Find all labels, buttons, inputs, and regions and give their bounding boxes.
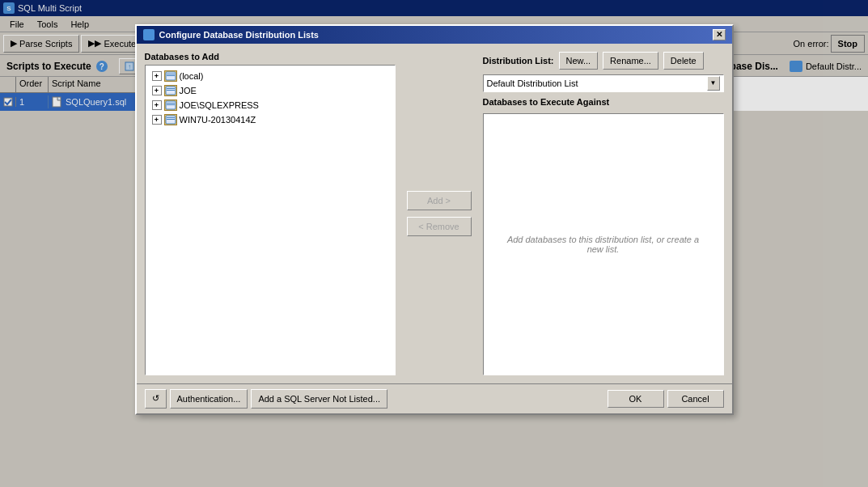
add-to-list-button[interactable]: Add >	[407, 191, 472, 210]
server-icon-joe-sqlexpress	[164, 100, 177, 111]
dialog-body: Databases to Add + (local) +	[137, 44, 732, 383]
svg-rect-21	[167, 103, 175, 104]
configure-dialog: Configure Database Distribution Lists ✕ …	[135, 24, 734, 415]
svg-rect-25	[167, 119, 175, 120]
rename-list-button[interactable]: Rename...	[603, 52, 658, 70]
expand-win7u[interactable]: +	[152, 115, 162, 125]
selected-list-text: Default Distribution List	[487, 78, 704, 88]
dist-list-label: Distribution List:	[483, 56, 554, 66]
tree-item-joe[interactable]: + JOE	[149, 83, 392, 98]
delete-list-button[interactable]: Delete	[663, 52, 704, 70]
db-tree[interactable]: + (local) + JOE +	[145, 65, 396, 375]
ok-button[interactable]: OK	[608, 390, 664, 408]
refresh-icon: ↺	[152, 393, 159, 404]
svg-rect-18	[167, 88, 175, 89]
expand-joe-sqlexpress[interactable]: +	[152, 100, 162, 110]
dropdown-arrow[interactable]: ▼	[707, 76, 720, 91]
modal-overlay: Configure Database Distribution Lists ✕ …	[0, 0, 868, 487]
add-sql-server-button[interactable]: Add a SQL Server Not Listed...	[251, 389, 387, 409]
expand-joe[interactable]: +	[152, 86, 162, 95]
db-add-label: Databases to Add	[145, 52, 396, 61]
tree-item-local[interactable]: + (local)	[149, 69, 392, 83]
tree-label-win7u: WIN7U-20130414Z	[180, 115, 256, 125]
dialog-title-bar: Configure Database Distribution Lists ✕	[137, 26, 732, 44]
tree-item-win7u[interactable]: + WIN7U-20130414Z	[149, 112, 392, 127]
dist-list-row: Distribution List: New... Rename... Dele…	[483, 52, 724, 70]
tree-item-joe-sqlexpress[interactable]: + JOE\SQLEXPRESS	[149, 98, 392, 112]
db-add-section: Databases to Add + (local) +	[145, 52, 396, 375]
tree-label-joe: JOE	[180, 86, 197, 95]
svg-rect-16	[167, 75, 175, 76]
svg-rect-19	[167, 90, 175, 91]
dialog-close-button[interactable]: ✕	[713, 29, 726, 40]
cancel-dialog-button[interactable]: Cancel	[667, 390, 724, 408]
authentication-button[interactable]: Authentication...	[170, 389, 248, 409]
db-execute-hint: Add databases to this distribution list,…	[484, 218, 723, 270]
svg-rect-22	[167, 104, 175, 105]
footer-left: ↺ Authentication... Add a SQL Server Not…	[145, 389, 388, 409]
server-icon-joe	[164, 85, 177, 96]
dialog-title-text: Configure Database Distribution Lists	[159, 30, 319, 40]
svg-rect-24	[167, 117, 175, 118]
server-icon-local	[164, 70, 177, 82]
tree-label-local: (local)	[180, 71, 204, 81]
new-list-button[interactable]: New...	[559, 52, 599, 70]
db-execute-box: Add databases to this distribution list,…	[483, 113, 724, 375]
mid-buttons: Add > < Remove	[404, 52, 475, 375]
dialog-footer: ↺ Authentication... Add a SQL Server Not…	[137, 383, 732, 413]
server-icon-win7u	[164, 114, 177, 125]
footer-right: OK Cancel	[608, 390, 724, 408]
remove-from-list-button[interactable]: < Remove	[407, 217, 472, 236]
tree-label-joe-sqlexpress: JOE\SQLEXPRESS	[180, 100, 259, 110]
db-execute-section: Distribution List: New... Rename... Dele…	[483, 52, 724, 375]
refresh-button[interactable]: ↺	[145, 389, 167, 409]
distribution-list-dropdown[interactable]: Default Distribution List ▼	[483, 74, 724, 92]
dialog-icon	[143, 29, 155, 40]
svg-rect-15	[167, 74, 175, 74]
expand-local[interactable]: +	[152, 71, 162, 81]
db-execute-label: Databases to Execute Against	[483, 97, 724, 107]
